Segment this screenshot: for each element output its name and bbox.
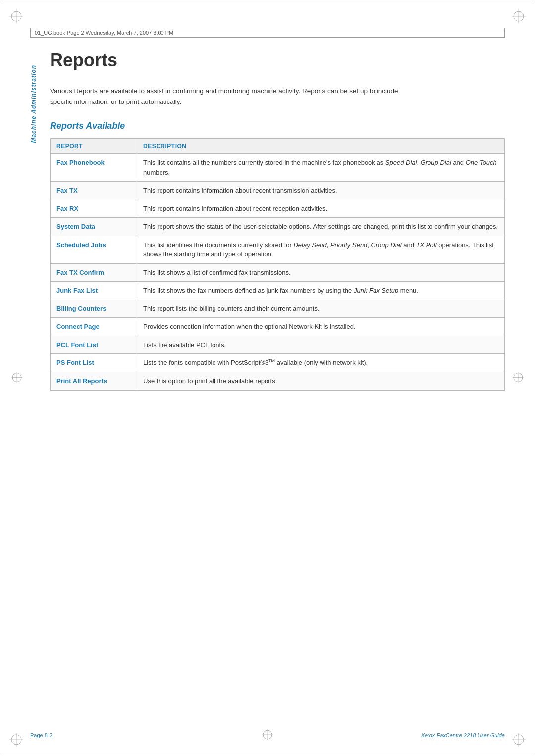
corner-mark-br (512, 733, 526, 747)
corner-mark-bl (9, 733, 23, 747)
table-row: Billing Counters This report lists the b… (51, 300, 505, 318)
col-header-description: DESCRIPTION (137, 139, 505, 154)
table-row: System Data This report shows the status… (51, 218, 505, 236)
report-desc-connect-page: Provides connection information when the… (137, 318, 505, 336)
report-desc-ps-font-list: Lists the fonts compatible with PostScri… (137, 354, 505, 372)
corner-mark-tl (9, 9, 23, 23)
report-desc-fax-tx: This report contains information about r… (137, 182, 505, 200)
corner-mark-tr (512, 9, 526, 23)
report-name-pcl-font-list: PCL Font List (51, 336, 137, 354)
report-desc-billing-counters: This report lists the billing counters a… (137, 300, 505, 318)
section-heading: Reports Available (50, 121, 505, 131)
table-row: Fax Phonebook This list contains all the… (51, 154, 505, 182)
sidebar-label: Machine Administration (30, 65, 40, 143)
table-row: Junk Fax List This list shows the fax nu… (51, 282, 505, 300)
footer-page-number: Page 8-2 (30, 732, 53, 738)
report-desc-fax-rx: This report contains information about r… (137, 200, 505, 218)
table-row: Scheduled Jobs This list identifies the … (51, 236, 505, 263)
file-info-text: 01_UG.book Page 2 Wednesday, March 7, 20… (35, 30, 173, 36)
side-mark-left (11, 372, 22, 384)
report-name-ps-font-list: PS Font List (51, 354, 137, 372)
table-row: Fax RX This report contains information … (51, 200, 505, 218)
file-info-bar: 01_UG.book Page 2 Wednesday, March 7, 20… (30, 28, 505, 38)
report-desc-pcl-font-list: Lists the available PCL fonts. (137, 336, 505, 354)
report-name-connect-page: Connect Page (51, 318, 137, 336)
report-desc-fax-tx-confirm: This list shows a list of confirmed fax … (137, 263, 505, 282)
main-content: Reports Various Reports are available to… (50, 50, 505, 430)
report-desc-scheduled-jobs: This list identifies the documents curre… (137, 236, 505, 263)
report-name-fax-phonebook: Fax Phonebook (51, 154, 137, 182)
col-header-report: REPORT (51, 139, 137, 154)
bottom-center-mark (262, 729, 273, 742)
table-row: Print All Reports Use this option to pri… (51, 372, 505, 391)
report-desc-fax-phonebook: This list contains all the numbers curre… (137, 154, 505, 182)
table-row: PCL Font List Lists the available PCL fo… (51, 336, 505, 354)
side-mark-right (513, 372, 524, 384)
reports-table: REPORT DESCRIPTION Fax Phonebook This li… (50, 138, 505, 390)
intro-paragraph: Various Reports are available to assist … (50, 86, 417, 107)
page-title: Reports (50, 50, 505, 71)
report-name-system-data: System Data (51, 218, 137, 236)
report-name-billing-counters: Billing Counters (51, 300, 137, 318)
report-desc-junk-fax-list: This list shows the fax numbers defined … (137, 282, 505, 300)
report-desc-system-data: This report shows the status of the user… (137, 218, 505, 236)
report-name-print-all-reports: Print All Reports (51, 372, 137, 391)
report-name-fax-tx: Fax TX (51, 182, 137, 200)
report-name-fax-tx-confirm: Fax TX Confirm (51, 263, 137, 282)
report-name-fax-rx: Fax RX (51, 200, 137, 218)
report-name-scheduled-jobs: Scheduled Jobs (51, 236, 137, 263)
table-row: Fax TX This report contains information … (51, 182, 505, 200)
report-desc-print-all-reports: Use this option to print all the availab… (137, 372, 505, 391)
table-row: Connect Page Provides connection informa… (51, 318, 505, 336)
report-name-junk-fax-list: Junk Fax List (51, 282, 137, 300)
table-row: PS Font List Lists the fonts compatible … (51, 354, 505, 372)
footer-product-name: Xerox FaxCentre 2218 User Guide (421, 732, 505, 738)
page-frame: 01_UG.book Page 2 Wednesday, March 7, 20… (0, 0, 535, 756)
table-row: Fax TX Confirm This list shows a list of… (51, 263, 505, 282)
